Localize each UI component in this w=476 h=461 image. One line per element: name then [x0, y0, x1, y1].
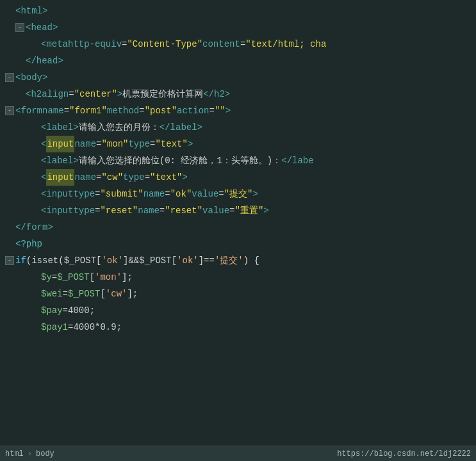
code-line-5: - <body>	[0, 69, 476, 86]
code-line-3: <meta http-equiv="Content-Type" content=…	[0, 36, 476, 53]
breadcrumb-body: body	[36, 449, 54, 458]
code-line-18: $wei = $_POST['cw'];	[0, 286, 476, 302]
attr-http-equiv: http-equiv	[68, 36, 122, 53]
fold-form[interactable]: -	[5, 106, 14, 115]
code-area: <html> - <head> <meta http-equiv="Conten…	[0, 0, 476, 338]
fold-if[interactable]: -	[5, 256, 14, 265]
code-line-6: <h2 align="center">机票预定价格计算网</h2>	[0, 86, 476, 102]
code-line-10: <label>请输入您选择的舱位(0: 经济舱，1：头等舱。)：</labe	[0, 152, 476, 169]
code-line-15: <?php	[0, 236, 476, 252]
tag-head-open: <head>	[26, 19, 58, 36]
tag-meta: <meta	[41, 36, 68, 53]
breadcrumb-html: html	[5, 449, 24, 458]
keyword-input-1: input	[46, 136, 74, 152]
code-line-14: </form>	[0, 219, 476, 236]
php-open-tag: <?php	[15, 236, 42, 252]
editor: <html> - <head> <meta http-equiv="Conten…	[0, 0, 476, 338]
code-line-8: <label>请输入您去的月份：</label>	[0, 119, 476, 136]
tag-form-close: </form>	[15, 219, 53, 236]
fold-head[interactable]: -	[15, 23, 24, 32]
code-line-16: - if(isset($_POST['ok']&&$_POST['ok']=='…	[0, 252, 476, 269]
status-url: https://blog.csdn.net/ldj2222	[337, 449, 471, 458]
breadcrumb-separator: ›	[28, 449, 32, 458]
status-bar: html › body https://blog.csdn.net/ldj222…	[0, 446, 476, 461]
code-line-19: $pay = 4000;	[0, 302, 476, 319]
code-line-11: <input name="cw" type="text">	[0, 169, 476, 186]
code-line-7: - <form name="form1" method="post" actio…	[0, 102, 476, 119]
code-line-20: $pay1 = 4000 * 0.9;	[0, 319, 476, 336]
code-line-9: <input name="mon" type="text">	[0, 136, 476, 152]
code-line-17: $y = $_POST['mon'];	[0, 269, 476, 286]
tag-head-close: </head>	[26, 53, 63, 69]
fold-body[interactable]: -	[5, 73, 14, 82]
code-line-12: <input type="submit" name="ok" value="提交…	[0, 186, 476, 202]
code-line-1: <html>	[0, 3, 476, 19]
code-line-4: </head>	[0, 53, 476, 69]
breadcrumb: html › body	[5, 449, 54, 458]
tag-body-open: <body>	[15, 69, 47, 86]
attr-val-content-type: "Content-Type"	[127, 36, 202, 53]
code-line-2: - <head>	[0, 19, 476, 36]
keyword-input-2: input	[46, 169, 74, 186]
tag-html-open: <html>	[15, 3, 47, 19]
code-line-13: <input type="reset" name="reset" value="…	[0, 202, 476, 219]
